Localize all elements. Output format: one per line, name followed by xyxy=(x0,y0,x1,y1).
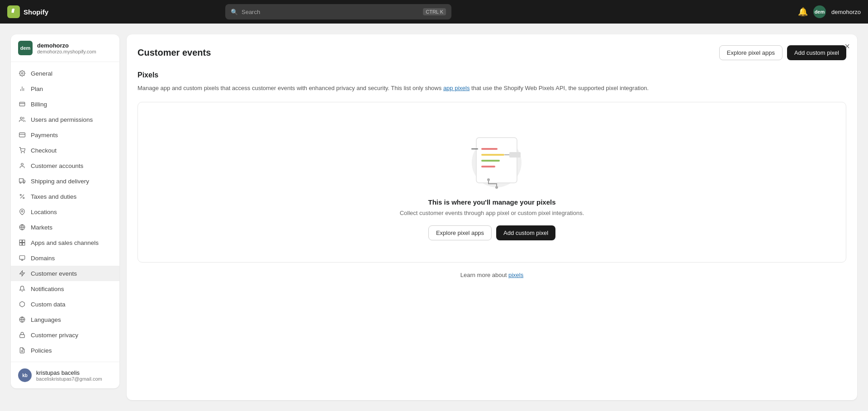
sidebar-item-customer-privacy[interactable]: Customer privacy xyxy=(11,327,119,343)
svg-rect-25 xyxy=(23,243,25,245)
learn-more: Learn more about pixels xyxy=(138,272,846,278)
username-label: demohorzo xyxy=(831,9,861,15)
sidebar-item-markets[interactable]: Markets xyxy=(11,220,119,235)
search-bar[interactable]: 🔍 Search CTRL K xyxy=(225,4,451,19)
sidebar-bottom-user: kb kristupas bacelis baceliskristupas7@g… xyxy=(11,362,119,388)
sidebar-store-name: demohorzo xyxy=(37,42,96,49)
sidebar-item-label: Plan xyxy=(31,86,43,92)
sidebar-item-label: Customer events xyxy=(31,270,77,277)
svg-line-16 xyxy=(20,195,24,198)
svg-point-6 xyxy=(20,117,23,119)
sidebar-item-label: Custom data xyxy=(31,301,66,308)
customer-privacy-icon xyxy=(18,331,26,339)
policies-icon xyxy=(18,346,26,354)
svg-rect-12 xyxy=(19,179,24,182)
user-avatar: dem xyxy=(813,5,826,18)
notifications-bell-icon[interactable]: 🔔 xyxy=(798,7,808,17)
sidebar-item-label: Policies xyxy=(31,347,52,354)
header-actions: Explore pixel apps Add custom pixel xyxy=(719,45,846,60)
sidebar-item-domains[interactable]: Domains xyxy=(11,250,119,266)
checkout-icon xyxy=(18,146,26,154)
sidebar-item-plan[interactable]: Plan xyxy=(11,81,119,96)
add-custom-pixel-button[interactable]: Add custom pixel xyxy=(787,45,846,60)
svg-rect-43 xyxy=(509,152,521,158)
content-header: Customer events Explore pixel apps Add c… xyxy=(138,45,846,60)
plan-icon xyxy=(18,85,26,93)
sidebar-item-general[interactable]: General xyxy=(11,66,119,81)
sidebar-item-checkout[interactable]: Checkout xyxy=(11,143,119,158)
sidebar-item-label: Checkout xyxy=(31,147,57,154)
sidebar-user-email: baceliskristupas7@gmail.com xyxy=(36,376,102,382)
svg-point-18 xyxy=(23,197,24,199)
svg-point-45 xyxy=(487,178,490,181)
svg-point-14 xyxy=(20,182,21,183)
sidebar-item-label: Users and permissions xyxy=(31,116,93,123)
svg-rect-7 xyxy=(19,133,25,137)
sidebar-item-label: Languages xyxy=(31,316,61,323)
sidebar-item-customer-accounts[interactable]: Customer accounts xyxy=(11,158,119,173)
sidebar-item-label: Customer privacy xyxy=(31,332,78,339)
sidebar-item-label: Apps and sales channels xyxy=(31,239,99,246)
svg-rect-4 xyxy=(19,102,25,106)
sidebar-item-label: Customer accounts xyxy=(31,162,83,169)
svg-rect-24 xyxy=(19,243,22,245)
general-icon xyxy=(18,69,26,77)
pixels-section-desc: Manage app and custom pixels that access… xyxy=(138,84,846,93)
customer-accounts-icon xyxy=(18,162,26,170)
sidebar-item-shipping[interactable]: Shipping and delivery xyxy=(11,173,119,189)
sidebar-item-users-permissions[interactable]: Users and permissions xyxy=(11,112,119,127)
locations-icon xyxy=(18,208,26,216)
top-navigation: Shopify 🔍 Search CTRL K 🔔 dem demohorzo xyxy=(0,0,868,24)
svg-point-44 xyxy=(495,186,498,189)
payments-icon xyxy=(18,131,26,139)
billing-icon xyxy=(18,100,26,108)
shopify-logo: Shopify xyxy=(7,5,48,18)
sidebar-item-label: Domains xyxy=(31,255,55,262)
sidebar-item-label: Markets xyxy=(31,224,52,231)
apps-icon xyxy=(18,239,26,247)
svg-point-11 xyxy=(21,163,24,166)
svg-marker-31 xyxy=(20,271,25,276)
empty-add-custom-pixel-button[interactable]: Add custom pixel xyxy=(496,225,555,240)
sidebar-item-custom-data[interactable]: Custom data xyxy=(11,296,119,312)
sidebar-store-avatar: dem xyxy=(18,41,33,55)
main-content: × Customer events Explore pixel apps Add… xyxy=(127,34,857,400)
custom-data-icon xyxy=(18,300,26,308)
empty-explore-pixel-apps-button[interactable]: Explore pixel apps xyxy=(428,225,492,240)
empty-state-title: This is where you'll manage your pixels xyxy=(428,198,556,206)
svg-point-10 xyxy=(24,153,24,153)
sidebar-item-languages[interactable]: Languages xyxy=(11,312,119,327)
svg-point-19 xyxy=(21,210,23,212)
pixels-learn-more-link[interactable]: pixels xyxy=(508,272,523,278)
sidebar-item-locations[interactable]: Locations xyxy=(11,204,119,220)
empty-state-illustration xyxy=(451,124,533,187)
sidebar-item-notifications[interactable]: Notifications xyxy=(11,281,119,296)
sidebar-item-label: Billing xyxy=(31,101,47,108)
sidebar-item-label: Shipping and delivery xyxy=(31,178,89,185)
sidebar-store-url: demohorzo.myshopify.com xyxy=(37,49,96,54)
app-pixels-link[interactable]: app pixels xyxy=(443,85,470,91)
sidebar-item-apps[interactable]: Apps and sales channels xyxy=(11,235,119,250)
sidebar-user-name: kristupas bacelis xyxy=(36,369,102,376)
sidebar-item-label: Notifications xyxy=(31,286,64,292)
languages-icon xyxy=(18,315,26,324)
svg-rect-26 xyxy=(19,256,25,259)
svg-rect-22 xyxy=(19,240,22,242)
svg-point-15 xyxy=(23,182,24,183)
sidebar-item-billing[interactable]: Billing xyxy=(11,96,119,112)
sidebar-item-taxes[interactable]: Taxes and duties xyxy=(11,189,119,204)
empty-state-actions: Explore pixel apps Add custom pixel xyxy=(428,225,555,240)
svg-rect-34 xyxy=(20,335,25,337)
sidebar-item-customer-events[interactable]: Customer events xyxy=(11,266,119,281)
explore-pixel-apps-button[interactable]: Explore pixel apps xyxy=(719,45,783,60)
search-icon: 🔍 xyxy=(231,9,238,15)
sidebar-item-payments[interactable]: Payments xyxy=(11,127,119,143)
search-placeholder: Search xyxy=(242,9,260,15)
main-layout: dem demohorzo demohorzo.myshopify.com Ge… xyxy=(0,24,868,411)
sidebar: dem demohorzo demohorzo.myshopify.com Ge… xyxy=(11,34,119,388)
svg-rect-23 xyxy=(23,240,25,242)
sidebar-nav: General Plan Billing Users xyxy=(11,62,119,362)
sidebar-item-policies[interactable]: Policies xyxy=(11,343,119,358)
markets-icon xyxy=(18,223,26,231)
close-button[interactable]: × xyxy=(844,42,850,51)
